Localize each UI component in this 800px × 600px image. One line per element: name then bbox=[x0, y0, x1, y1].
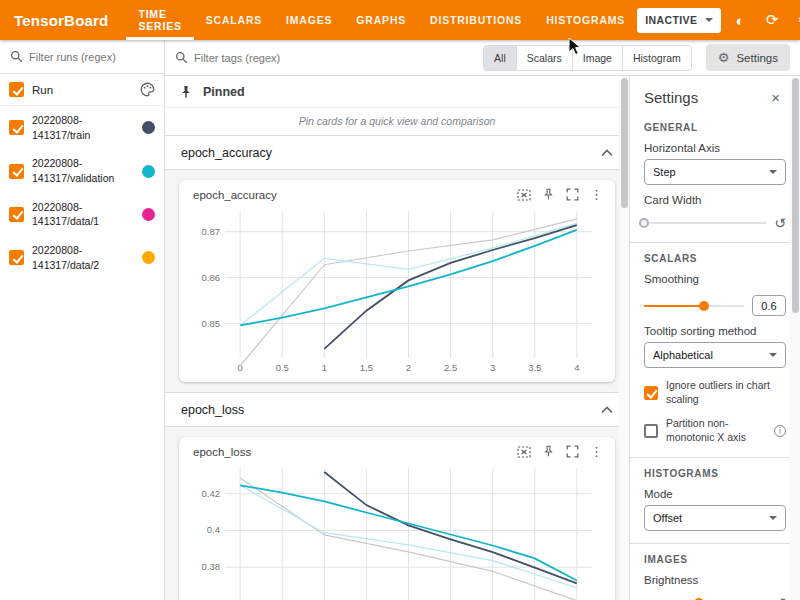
tags-filter-input[interactable] bbox=[194, 52, 473, 64]
right-area: All Scalars Image Histogram ⚙ Settings bbox=[165, 40, 800, 600]
settings-button[interactable]: ⚙ Settings bbox=[706, 44, 790, 71]
chevron-up-icon[interactable] bbox=[601, 149, 613, 157]
pinned-hint-text: Pin cards for a quick view and compariso… bbox=[165, 108, 629, 136]
run-row-validation[interactable]: 20220808-141317/validation bbox=[0, 149, 164, 192]
reset-icon[interactable]: ↺ bbox=[774, 216, 786, 230]
smoothing-row bbox=[644, 295, 786, 316]
filter-all-button[interactable]: All bbox=[484, 46, 516, 70]
run-name: 20220808-141317/train bbox=[32, 113, 134, 142]
card-title: epoch_loss bbox=[193, 446, 251, 458]
svg-text:1.5: 1.5 bbox=[360, 362, 373, 373]
runs-sidebar: Run 20220808-141317/train 20220808-14131… bbox=[0, 40, 165, 600]
run-row-data-2[interactable]: 20220808-141317/data/2 bbox=[0, 236, 164, 279]
card-actions: ⋮ bbox=[517, 445, 603, 458]
app-header: TensorBoard TIME SERIES SCALARS IMAGES G… bbox=[0, 0, 800, 40]
runs-filter bbox=[0, 40, 164, 74]
select-all-runs-checkbox[interactable] bbox=[9, 82, 24, 97]
histogram-mode-dropdown[interactable]: Offset bbox=[644, 505, 786, 531]
fit-to-data-icon[interactable] bbox=[517, 189, 531, 201]
ignore-outliers-checkbox[interactable] bbox=[644, 386, 658, 400]
tab-images[interactable]: IMAGES bbox=[274, 0, 344, 40]
brightness-label: Brightness bbox=[644, 574, 786, 586]
section-title: epoch_accuracy bbox=[181, 146, 272, 160]
run-checkbox[interactable] bbox=[9, 250, 24, 265]
run-color-dot bbox=[142, 208, 155, 221]
run-checkbox[interactable] bbox=[9, 120, 24, 135]
general-heading: GENERAL bbox=[644, 122, 786, 133]
histogram-mode-value: Offset bbox=[653, 512, 682, 524]
tab-scalars[interactable]: SCALARS bbox=[194, 0, 274, 40]
section-title: epoch_loss bbox=[181, 403, 244, 417]
epoch-loss-chart[interactable]: 00.511.522.533.540.360.380.40.42 bbox=[185, 460, 606, 600]
chevron-up-icon[interactable] bbox=[601, 406, 613, 414]
fit-to-data-icon[interactable] bbox=[517, 446, 531, 458]
section-header-epoch-accuracy[interactable]: epoch_accuracy bbox=[165, 136, 629, 170]
palette-icon[interactable] bbox=[140, 82, 155, 97]
section-header-epoch-loss[interactable]: epoch_loss bbox=[165, 393, 629, 427]
filter-histogram-button[interactable]: Histogram bbox=[622, 46, 691, 70]
fullscreen-icon[interactable] bbox=[566, 445, 579, 458]
epoch-accuracy-chart[interactable]: 00.511.522.533.540.850.860.87 bbox=[185, 203, 606, 378]
pinned-section-header: Pinned bbox=[165, 76, 629, 108]
tooltip-sorting-dropdown[interactable]: Alphabetical bbox=[644, 342, 786, 368]
svg-text:3: 3 bbox=[490, 362, 495, 373]
header-controls: INACTIVE ◐ ⟳ ⚙ ? bbox=[637, 0, 800, 40]
horizontal-axis-dropdown[interactable]: Step bbox=[644, 159, 786, 185]
partition-x-axis-row[interactable]: Partition non-monotonic X axis i bbox=[644, 417, 786, 444]
card-title: epoch_accuracy bbox=[193, 189, 277, 201]
smoothing-value-input[interactable] bbox=[752, 295, 786, 316]
settings-button-label: Settings bbox=[736, 52, 778, 64]
smoothing-slider[interactable] bbox=[644, 299, 744, 313]
run-checkbox[interactable] bbox=[9, 164, 24, 179]
brightness-slider[interactable] bbox=[644, 596, 766, 600]
reset-icon[interactable]: ↺ bbox=[774, 596, 786, 600]
theme-toggle-icon[interactable]: ◐ bbox=[727, 7, 753, 33]
cards-area: Pinned Pin cards for a quick view and co… bbox=[165, 76, 630, 600]
main-scrollbar-thumb[interactable] bbox=[621, 78, 628, 208]
settings-panel-title: Settings bbox=[644, 89, 698, 106]
ignore-outliers-row[interactable]: Ignore outliers in chart scaling bbox=[644, 379, 786, 406]
tab-histograms[interactable]: HISTOGRAMS bbox=[534, 0, 637, 40]
more-options-icon[interactable]: ⋮ bbox=[590, 445, 603, 458]
run-row-train[interactable]: 20220808-141317/train bbox=[0, 106, 164, 149]
pin-outline-icon[interactable] bbox=[542, 188, 555, 201]
main-nav: TIME SERIES SCALARS IMAGES GRAPHS DISTRI… bbox=[126, 0, 637, 40]
tab-time-series[interactable]: TIME SERIES bbox=[126, 0, 193, 40]
tag-type-filter-group: All Scalars Image Histogram bbox=[483, 45, 692, 71]
card-region: epoch_loss bbox=[165, 427, 629, 600]
pin-icon bbox=[179, 85, 193, 99]
more-options-icon[interactable]: ⋮ bbox=[590, 188, 603, 201]
info-icon[interactable]: i bbox=[774, 425, 786, 437]
run-color-dot bbox=[142, 165, 155, 178]
tooltip-sorting-value: Alphabetical bbox=[653, 349, 713, 361]
tab-graphs[interactable]: GRAPHS bbox=[344, 0, 418, 40]
runs-filter-input[interactable] bbox=[29, 51, 154, 63]
status-dropdown[interactable]: INACTIVE bbox=[637, 8, 721, 33]
slider-thumb[interactable] bbox=[699, 301, 709, 311]
card-width-slider[interactable] bbox=[644, 216, 766, 230]
ignore-outliers-label: Ignore outliers in chart scaling bbox=[666, 379, 786, 406]
status-label: INACTIVE bbox=[645, 14, 697, 26]
content-row: Pinned Pin cards for a quick view and co… bbox=[165, 76, 800, 600]
close-icon[interactable]: × bbox=[771, 89, 786, 106]
gear-icon[interactable]: ⚙ bbox=[791, 7, 800, 33]
card-actions: ⋮ bbox=[517, 188, 603, 201]
partition-x-axis-checkbox[interactable] bbox=[644, 424, 658, 438]
tab-distributions[interactable]: DISTRIBUTIONS bbox=[418, 0, 534, 40]
filter-scalars-button[interactable]: Scalars bbox=[516, 46, 572, 70]
chevron-down-icon bbox=[769, 353, 777, 357]
pin-outline-icon[interactable] bbox=[542, 445, 555, 458]
search-icon bbox=[10, 50, 23, 63]
svg-text:0.42: 0.42 bbox=[202, 488, 221, 499]
slider-thumb[interactable] bbox=[639, 218, 649, 228]
svg-text:0.86: 0.86 bbox=[202, 272, 221, 283]
settings-scrollbar-thumb[interactable] bbox=[792, 78, 799, 313]
svg-text:0.5: 0.5 bbox=[276, 362, 289, 373]
tensorboard-app: TensorBoard TIME SERIES SCALARS IMAGES G… bbox=[0, 0, 800, 600]
filter-image-button[interactable]: Image bbox=[572, 46, 622, 70]
run-row-data-1[interactable]: 20220808-141317/data/1 bbox=[0, 193, 164, 236]
fullscreen-icon[interactable] bbox=[566, 188, 579, 201]
refresh-icon[interactable]: ⟳ bbox=[759, 7, 785, 33]
divider bbox=[630, 242, 800, 243]
run-checkbox[interactable] bbox=[9, 207, 24, 222]
